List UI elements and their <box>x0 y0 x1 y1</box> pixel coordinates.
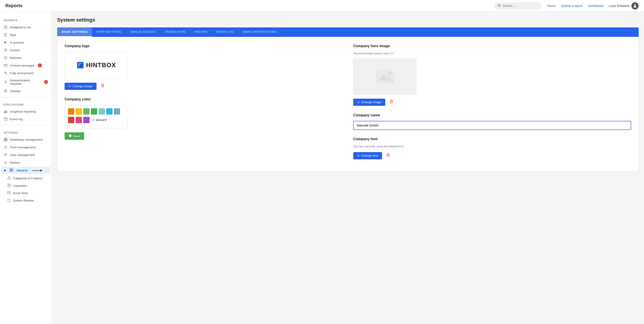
tab-routes[interactable]: ROUTES <box>190 27 212 37</box>
main-content: System settings BASIC SETTINGS SMTP SETT… <box>52 12 644 324</box>
dashboard-link[interactable]: Dashboard <box>588 4 604 8</box>
color-swatch-yellow[interactable] <box>76 108 82 115</box>
company-name-input[interactable] <box>353 121 631 130</box>
svg-point-0 <box>498 4 500 6</box>
tab-translation[interactable]: TRANSLATION <box>160 27 190 37</box>
tab-smtp-settings[interactable]: SMTP SETTINGS <box>92 27 126 37</box>
sidebar-item-new[interactable]: New <box>0 31 52 39</box>
pencil-icon-hero: ✏ <box>357 100 360 104</box>
delete-font-button[interactable] <box>385 152 392 160</box>
form-management-icon <box>4 145 8 149</box>
sidebar-item-anonymization-requests[interactable]: Anonymization requests 1 <box>0 77 52 87</box>
font-btn-row: ✏ Change font <box>353 152 631 160</box>
unread-badge: 2 <box>38 63 42 67</box>
svg-rect-27 <box>4 140 6 141</box>
submit-report-link[interactable]: Submit a report <box>561 4 582 8</box>
svg-rect-21 <box>4 118 7 121</box>
sidebar-item-assigned-to-me[interactable]: Assigned to me <box>0 23 52 31</box>
company-logo-section: Company logo HINTBOX <box>64 44 342 90</box>
color-swatch-light-blue[interactable] <box>106 108 112 115</box>
svg-rect-36 <box>12 169 12 170</box>
save-btn-row: Save <box>64 132 342 140</box>
color-swatch-pink[interactable] <box>76 117 82 123</box>
company-font-subtitle: You are currently using the default font… <box>353 145 631 148</box>
settings-left-col: Company logo HINTBOX <box>64 44 342 160</box>
color-swatch-blue-grey[interactable] <box>114 108 120 115</box>
sidebar-sub-item-system-restore[interactable]: System Restore <box>0 197 52 204</box>
svg-rect-26 <box>6 138 7 139</box>
in-process-label: In process <box>10 41 24 44</box>
sidebar-item-unread-messages[interactable]: Unread messages 2 <box>0 62 52 69</box>
logo-btn-row: ✏ Change image <box>64 82 342 90</box>
color-swatch-teal[interactable] <box>98 108 105 115</box>
save-button[interactable]: Save <box>64 132 84 140</box>
sidebar-item-graphical-reporting[interactable]: Graphical reporting <box>0 108 52 115</box>
sidebar-item-deleted[interactable]: Deleted <box>0 87 52 95</box>
event-log-label: Event log <box>10 118 22 121</box>
color-picker-box: # 0054FF <box>64 105 128 129</box>
legislation-label: Legislation <box>13 184 27 187</box>
divider-1 <box>0 97 52 97</box>
color-swatch-light-green[interactable] <box>83 108 90 115</box>
header: Reports Home Submit a report Dashboard L… <box>0 0 644 12</box>
tab-event-log[interactable]: EVENT LOG <box>212 27 238 37</box>
color-swatch-red[interactable] <box>68 117 74 123</box>
sidebar-sub-item-categories-progress[interactable]: Categories & Progress <box>0 174 52 182</box>
svg-line-1 <box>500 6 501 7</box>
sidebar-sub-item-legislation[interactable]: Legislation <box>0 182 52 189</box>
svg-point-41 <box>10 179 10 179</box>
change-hero-image-button[interactable]: ✏ Change image <box>353 99 385 106</box>
sidebar-item-closed[interactable]: Closed <box>0 46 52 54</box>
search-input[interactable] <box>503 4 539 8</box>
svg-point-39 <box>9 177 10 177</box>
svg-rect-18 <box>4 111 5 113</box>
logo-name: HINTBOX <box>86 62 116 69</box>
closed-icon <box>4 48 8 52</box>
sidebar-item-subsidiary-management[interactable]: Subsidiary management <box>0 136 52 143</box>
main-layout: Reports Assigned to me New In process Cl… <box>0 12 644 324</box>
in-process-icon <box>4 40 8 44</box>
closed-label: Closed <box>10 48 19 52</box>
color-swatch-purple[interactable] <box>83 117 90 123</box>
tab-email-notifications[interactable]: EMAIL NOTIFICATIONS <box>238 27 281 37</box>
sidebar-item-user-management[interactable]: User management <box>0 151 52 159</box>
search-box[interactable] <box>494 2 542 9</box>
save-icon <box>69 134 72 138</box>
company-name-title: Company name <box>353 113 631 117</box>
hex-input-row: # 0054FF <box>93 117 107 123</box>
sidebar-item-in-process[interactable]: In process <box>0 39 52 46</box>
avatar[interactable] <box>632 2 638 9</box>
settings-grid: Company logo HINTBOX <box>64 44 631 160</box>
delete-logo-button[interactable] <box>99 82 106 90</box>
sidebar-item-event-log[interactable]: Event log <box>0 115 52 123</box>
sidebar-sub-item-email-texts[interactable]: Email Texts <box>0 189 52 197</box>
change-font-button[interactable]: ✏ Change font <box>353 152 382 159</box>
tab-basic-settings[interactable]: BASIC SETTINGS <box>57 27 92 37</box>
svg-rect-20 <box>6 111 7 113</box>
sidebar-item-form-management[interactable]: Form management <box>0 143 52 151</box>
company-color-title: Company color <box>64 97 342 101</box>
home-link[interactable]: Home <box>547 4 556 8</box>
logo-display: HINTBOX <box>76 61 116 69</box>
color-swatch-orange[interactable] <box>68 108 74 115</box>
sidebar-sub-item-general[interactable]: General <box>1 167 50 174</box>
change-logo-button[interactable]: ✏ Change image <box>64 83 96 90</box>
delete-hero-button[interactable] <box>388 98 395 106</box>
system-icon <box>4 161 8 164</box>
arrow-head <box>40 169 42 172</box>
system-restore-label: System Restore <box>13 199 34 202</box>
color-swatches <box>68 108 124 115</box>
deleted-label: Deleted <box>10 89 20 93</box>
assigned-label: Assigned to me <box>10 26 31 29</box>
sidebar-item-fully-anonymized[interactable]: Fully anonymized <box>0 69 52 77</box>
sidebar-item-refused[interactable]: Refused <box>0 54 52 62</box>
email-texts-label: Email Texts <box>13 191 28 195</box>
user-info: Luna Schwerin <box>609 2 638 9</box>
svg-rect-19 <box>5 111 6 113</box>
color-swatches-row2: # 0054FF <box>68 117 124 123</box>
sidebar-item-system[interactable]: System <box>0 159 52 166</box>
color-swatch-green[interactable] <box>91 108 97 115</box>
hex-value: 0054FF <box>96 118 107 122</box>
tab-single-sign-on[interactable]: SINGLE SIGN-ON <box>126 27 160 37</box>
system-restore-icon <box>7 198 11 203</box>
